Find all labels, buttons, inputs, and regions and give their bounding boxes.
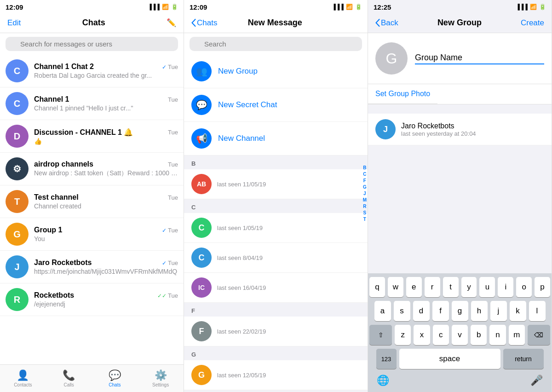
key-o[interactable]: o <box>516 277 532 297</box>
chat-item-testchannel[interactable]: T Test channel Tue Channel created <box>0 185 184 218</box>
alpha-char-C[interactable]: C <box>363 171 366 177</box>
contact-item-contact-c2[interactable]: C last seen 8/04/19 <box>184 243 368 273</box>
key-k[interactable]: k <box>510 301 526 321</box>
create-button[interactable]: Create <box>521 18 544 28</box>
key-q[interactable]: q <box>369 277 385 297</box>
avatar-discussionchannel1: D <box>6 125 29 148</box>
new-message-panel: 12:09 ▐▐▐ 📶 🔋 Chats New Message 👥 New Gr… <box>184 0 368 392</box>
time-2: 12:09 <box>190 3 207 11</box>
key-l[interactable]: l <box>529 301 546 321</box>
alpha-char-M[interactable]: M <box>363 197 367 203</box>
chat-item-rocketbots[interactable]: R Rocketbots ✓✓Tue /ejejenendj <box>0 283 184 316</box>
key-e[interactable]: e <box>406 277 422 297</box>
search-bar-1 <box>0 33 184 55</box>
key-j[interactable]: j <box>490 301 507 321</box>
contact-item-contact-g1[interactable]: G last seen 12/05/19 <box>184 360 368 390</box>
alpha-char-J[interactable]: J <box>363 190 366 196</box>
contact-section-G: G <box>184 346 368 360</box>
tab-settings[interactable]: ⚙️ Settings <box>138 365 184 392</box>
compose-button[interactable]: ✏️ <box>167 18 176 28</box>
new-group-option[interactable]: 👥 New Group <box>184 55 368 88</box>
key-i[interactable]: i <box>498 277 513 297</box>
new-message-options: 👥 New Group 💬 New Secret Chat 📢 New Chan… <box>184 55 368 156</box>
chat-time-rocketbots: ✓✓Tue <box>157 292 178 299</box>
key-n[interactable]: n <box>489 325 506 345</box>
group-header-section: G <box>368 33 552 84</box>
key-r[interactable]: r <box>425 277 440 297</box>
group-avatar[interactable]: G <box>375 42 408 75</box>
alpha-char-G[interactable]: G <box>363 184 367 190</box>
key-v[interactable]: v <box>452 325 468 345</box>
status-icons-2: ▐▐▐ 📶 🔋 <box>332 4 362 10</box>
signal-icon-3: ▐▐▐ <box>516 4 528 10</box>
contact-item-contact-ab[interactable]: AB last seen 11/05/19 <box>184 169 368 199</box>
key-s[interactable]: s <box>394 301 410 321</box>
contact-item-contact-f1[interactable]: F last seen 22/02/19 <box>184 317 368 346</box>
set-group-photo-button[interactable]: Set Group Photo <box>368 84 437 104</box>
key-m[interactable]: m <box>509 325 525 345</box>
chat-item-discussionchannel1[interactable]: D Discussion - CHANNEL 1 🔔 Tue 👍 <box>0 120 184 153</box>
chat-name-discussionchannel1: Discussion - CHANNEL 1 🔔 <box>34 128 133 137</box>
tab-contacts[interactable]: 👤 Contacts <box>0 365 46 392</box>
key-a[interactable]: a <box>374 301 391 321</box>
alpha-char-R[interactable]: R <box>363 203 366 209</box>
back-button-3[interactable]: Back <box>375 18 398 28</box>
contact-item-contact-ic[interactable]: IC last seen 16/04/19 <box>184 273 368 303</box>
edit-button[interactable]: Edit <box>7 18 21 28</box>
alpha-char-B[interactable]: B <box>363 165 366 171</box>
new-secret-chat-option[interactable]: 💬 New Secret Chat <box>184 88 368 122</box>
space-key[interactable]: space <box>399 349 500 369</box>
alpha-char-F[interactable]: F <box>363 178 366 184</box>
mic-icon[interactable]: 🎤 <box>530 375 543 386</box>
tab-chats[interactable]: 💬 Chats <box>92 365 138 392</box>
key-t[interactable]: t <box>443 277 459 297</box>
key-h[interactable]: h <box>471 301 488 321</box>
key-p[interactable]: p <box>535 277 550 297</box>
key-u[interactable]: u <box>479 277 495 297</box>
new-group-title: New Group <box>437 18 482 28</box>
alpha-char-T[interactable]: T <box>363 216 366 222</box>
group-name-input[interactable] <box>415 53 544 64</box>
contact-avatar-contact-c2: C <box>191 248 212 268</box>
chat-header-airdropchannels: airdrop channels Tue <box>34 160 178 168</box>
key-f[interactable]: f <box>432 301 449 321</box>
key-w[interactable]: w <box>388 277 403 297</box>
return-key[interactable]: return <box>503 349 544 369</box>
key-y[interactable]: y <box>461 277 477 297</box>
chat-item-channel1chat2[interactable]: C Channel 1 Chat 2 ✓Tue Roberta Dal Lago… <box>0 55 184 87</box>
status-icons-1: ▐▐▐ 📶 🔋 <box>148 4 178 10</box>
delete-key[interactable]: ⌫ <box>528 325 550 345</box>
chat-item-airdropchannels[interactable]: ⚙ airdrop channels Tue New airdrop : Sat… <box>0 153 184 185</box>
back-chats-button[interactable]: Chats <box>191 18 217 28</box>
member-info-jaro: Jaro Rocketbots last seen yesterday at 2… <box>401 122 544 137</box>
chat-preview-jarorocketbots: https://t.me/joinchat/Mjijc031WmvVFRmNkf… <box>34 268 178 275</box>
chat-preview-testchannel: Channel created <box>34 202 178 210</box>
key-b[interactable]: b <box>471 325 487 345</box>
numbers-key[interactable]: 123 <box>376 349 397 369</box>
avatar-channel1: C <box>6 92 29 115</box>
contact-info-contact-g1: last seen 12/05/19 <box>217 372 360 379</box>
chat-preview-discussionchannel1: 👍 <box>34 138 178 145</box>
search-input-1[interactable] <box>6 37 178 51</box>
shift-key[interactable]: ⇧ <box>369 325 392 345</box>
signal-icon: ▐▐▐ <box>148 4 160 10</box>
search-input-2[interactable] <box>190 37 362 51</box>
tab-calls[interactable]: 📞 Calls <box>46 365 92 392</box>
key-g[interactable]: g <box>452 301 468 321</box>
chat-header-group1: Group 1 ✓Tue <box>34 226 178 234</box>
contact-status-contact-ic: last seen 16/04/19 <box>217 284 360 291</box>
globe-icon[interactable]: 🌐 <box>377 375 389 386</box>
key-d[interactable]: d <box>413 301 430 321</box>
contact-item-contact-c1[interactable]: C last seen 1/05/19 <box>184 213 368 243</box>
chat-item-channel1[interactable]: C Channel 1 Tue Channel 1 pinned "Hello … <box>0 87 184 120</box>
key-x[interactable]: x <box>414 325 430 345</box>
key-c[interactable]: c <box>433 325 449 345</box>
key-z[interactable]: z <box>395 325 411 345</box>
contacts-icon: 👤 <box>17 369 29 381</box>
chat-item-group1[interactable]: G Group 1 ✓Tue You <box>0 218 184 251</box>
new-channel-option[interactable]: 📢 New Channel <box>184 122 368 156</box>
alpha-char-S[interactable]: S <box>363 210 366 216</box>
keyboard-row-1: q w e r t y u i o p <box>369 277 550 297</box>
chat-item-jarorocketbots[interactable]: J Jaro Rocketbots ✓Tue https://t.me/join… <box>0 251 184 283</box>
chat-header-testchannel: Test channel Tue <box>34 193 178 202</box>
